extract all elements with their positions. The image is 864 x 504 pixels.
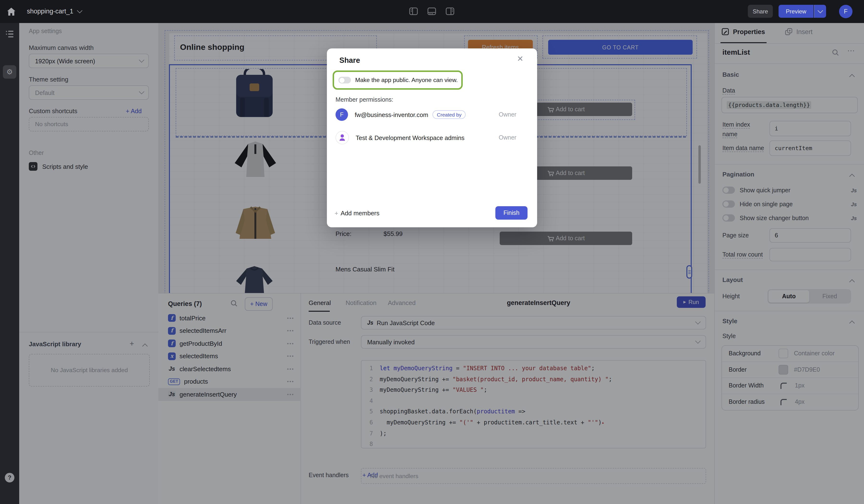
toggle-bottom-panel-icon[interactable] bbox=[427, 7, 436, 16]
user-avatar[interactable]: F bbox=[839, 5, 852, 18]
member-row: Test & Development Workspace adminsOwner bbox=[336, 131, 528, 144]
member-role[interactable]: Owner bbox=[499, 134, 516, 141]
home-icon[interactable] bbox=[7, 7, 16, 16]
modal-title: Share bbox=[339, 56, 360, 65]
share-button[interactable]: Share bbox=[748, 5, 773, 18]
close-icon[interactable]: ✕ bbox=[517, 54, 524, 63]
add-members-label: Add members bbox=[340, 210, 380, 217]
member-role[interactable]: Owner bbox=[499, 111, 516, 118]
public-toggle-highlight: Make the app public. Anyone can view. bbox=[333, 71, 463, 90]
preview-dropdown-button[interactable] bbox=[814, 5, 826, 18]
app-title-text: shopping-cart_1 bbox=[27, 8, 73, 15]
created-by-badge: Created by bbox=[432, 110, 466, 119]
finish-button[interactable]: Finish bbox=[495, 206, 528, 220]
member-row: Ffw@business-inventor.comCreated byOwner bbox=[336, 108, 528, 121]
top-bar: shopping-cart_1 Share Preview F bbox=[0, 0, 864, 23]
avatar: F bbox=[336, 108, 348, 121]
app-title[interactable]: shopping-cart_1 bbox=[27, 0, 82, 23]
screenshot-stage: Online shopping Refresh items GO TO CART bbox=[0, 0, 864, 504]
chevron-down-icon bbox=[77, 8, 82, 13]
app-builder-window: Online shopping Refresh items GO TO CART bbox=[0, 0, 864, 504]
share-modal: Share ✕ Make the app public. Anyone can … bbox=[327, 48, 537, 227]
group-avatar-icon bbox=[336, 131, 349, 144]
member-name: Test & Development Workspace admins bbox=[356, 134, 464, 141]
toggle-left-panel-icon[interactable] bbox=[409, 7, 418, 16]
member-name: fw@business-inventor.com bbox=[355, 111, 428, 118]
add-members-link[interactable]: +Add members bbox=[335, 210, 380, 217]
public-toggle-label: Make the app public. Anyone can view. bbox=[355, 77, 458, 84]
toggle-right-panel-icon[interactable] bbox=[445, 7, 455, 16]
member-permissions-label: Member permissions: bbox=[336, 96, 393, 103]
chevron-down-icon bbox=[818, 8, 823, 13]
preview-button[interactable]: Preview bbox=[779, 5, 814, 18]
public-toggle[interactable] bbox=[338, 77, 351, 84]
plus-icon: + bbox=[335, 210, 338, 217]
